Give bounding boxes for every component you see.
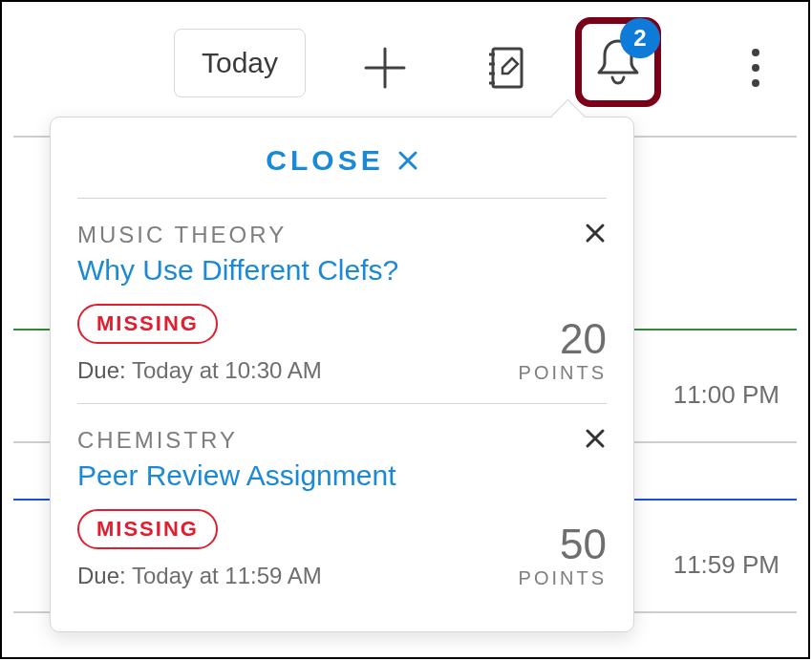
points-label: POINTS (519, 567, 607, 589)
assignment-link[interactable]: Peer Review Assignment (77, 459, 607, 492)
course-label: MUSIC THEORY (77, 222, 287, 248)
course-label: CHEMISTRY (77, 427, 238, 454)
plus-icon (363, 46, 407, 90)
kebab-icon (750, 45, 761, 91)
status-badge: MISSING (77, 304, 218, 344)
svg-point-3 (752, 79, 759, 87)
assignment-link[interactable]: Why Use Different Clefs? (77, 254, 607, 287)
add-button[interactable] (355, 38, 415, 97)
close-icon (584, 427, 607, 450)
notes-button[interactable] (476, 38, 535, 97)
close-icon (584, 222, 607, 245)
row-time-2: 11:59 PM (673, 550, 780, 580)
due-text: Due: Today at 10:30 AM (77, 357, 322, 384)
dismiss-button[interactable] (584, 427, 607, 454)
due-text: Due: Today at 11:59 AM (77, 563, 322, 589)
status-badge: MISSING (77, 509, 218, 549)
points-value: 50 (519, 523, 607, 565)
opportunities-popover: CLOSE MUSIC THEORY Why Use Different Cle… (50, 117, 634, 632)
opportunity-item: MUSIC THEORY Why Use Different Clefs? MI… (77, 199, 607, 403)
opportunity-item: CHEMISTRY Peer Review Assignment MISSING… (77, 403, 607, 608)
today-button[interactable]: Today (174, 29, 306, 97)
notebook-icon (485, 45, 525, 91)
close-icon (397, 150, 418, 171)
close-label: CLOSE (266, 144, 383, 177)
svg-point-2 (752, 64, 759, 72)
svg-rect-0 (493, 49, 522, 87)
points-label: POINTS (519, 362, 607, 384)
opportunities-button[interactable]: 2 (575, 17, 661, 107)
notification-badge: 2 (620, 18, 660, 58)
close-button[interactable]: CLOSE (77, 144, 607, 199)
app-frame: 11:00 PM 11:59 PM Today 2 CLOSE (0, 0, 810, 659)
points-value: 20 (519, 318, 607, 360)
row-time-1: 11:00 PM (673, 380, 780, 410)
dismiss-button[interactable] (584, 222, 607, 248)
overflow-menu-button[interactable] (726, 38, 785, 97)
svg-point-1 (752, 49, 759, 56)
